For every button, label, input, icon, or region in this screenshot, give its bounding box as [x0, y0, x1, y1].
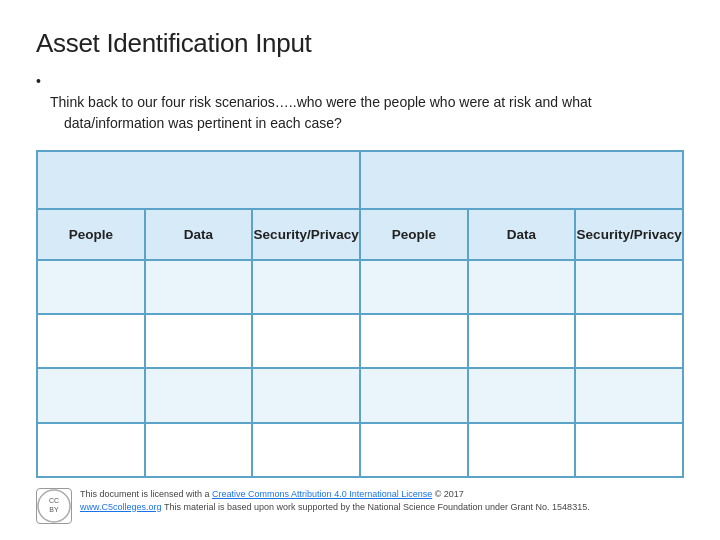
- table-row: [145, 260, 253, 314]
- header-col-1: People: [37, 209, 145, 259]
- top-right-cell: [360, 151, 683, 209]
- svg-text:CC: CC: [49, 497, 59, 504]
- table-row: [37, 423, 145, 477]
- table-row: [575, 260, 683, 314]
- table-row: [360, 423, 468, 477]
- table-row: [360, 368, 468, 422]
- table-row: [145, 423, 253, 477]
- header-col-3: Security/Privacy: [252, 209, 360, 259]
- license-link[interactable]: Creative Commons Attribution 4.0 Interna…: [212, 489, 432, 499]
- header-col-2: Data: [145, 209, 253, 259]
- svg-text:BY: BY: [49, 506, 59, 513]
- table-row: [252, 314, 360, 368]
- footer-org-text: This material is based upon work support…: [164, 502, 590, 512]
- header-col-6: Security/Privacy: [575, 209, 683, 259]
- table-row: [252, 423, 360, 477]
- cc-icon: CC BY: [36, 488, 72, 524]
- table-row: [360, 314, 468, 368]
- table-grid: People Data Security/Privacy People Data…: [37, 151, 683, 477]
- table-row: [37, 314, 145, 368]
- table-row: [468, 260, 576, 314]
- table-row: [468, 314, 576, 368]
- page-title: Asset Identification Input: [36, 28, 684, 59]
- table-row: [575, 368, 683, 422]
- table-row: [575, 314, 683, 368]
- table-row: [145, 368, 253, 422]
- header-col-5: Data: [468, 209, 576, 259]
- subtitle-text: • Think back to our four risk scenarios……: [36, 71, 684, 134]
- main-table: People Data Security/Privacy People Data…: [36, 150, 684, 478]
- table-row: [37, 368, 145, 422]
- table-row: [145, 314, 253, 368]
- org-link[interactable]: www.C5colleges.org: [80, 502, 162, 512]
- table-row: [360, 260, 468, 314]
- table-row: [575, 423, 683, 477]
- subtitle: • Think back to our four risk scenarios……: [36, 71, 684, 134]
- header-col-4: People: [360, 209, 468, 259]
- table-row: [468, 368, 576, 422]
- footer-license: This document is licensed with a Creativ…: [80, 489, 464, 499]
- footer: CC BY This document is licensed with a C…: [36, 488, 684, 524]
- page: Asset Identification Input • Think back …: [0, 0, 720, 540]
- table-row: [252, 368, 360, 422]
- table-row: [37, 260, 145, 314]
- footer-text: This document is licensed with a Creativ…: [80, 488, 590, 513]
- table-row: [468, 423, 576, 477]
- table-row: [252, 260, 360, 314]
- top-left-cell: [37, 151, 360, 209]
